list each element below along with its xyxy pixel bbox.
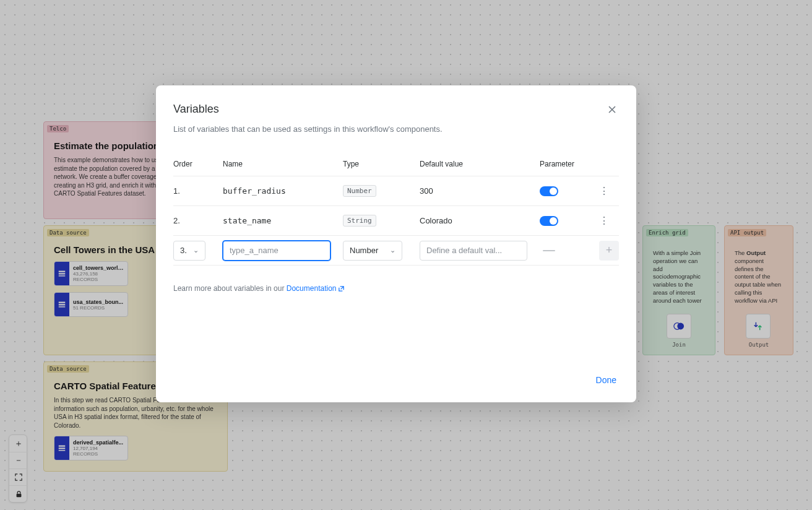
chevron-down-icon: ⌄ xyxy=(390,246,395,254)
add-variable-button[interactable]: + xyxy=(599,241,619,261)
default-input[interactable] xyxy=(426,246,520,255)
col-parameter: Parameter xyxy=(540,160,589,168)
parameter-toggle[interactable] xyxy=(540,186,558,196)
dialog-title: Variables xyxy=(173,103,219,116)
documentation-hint: Learn more about variables in our Docume… xyxy=(173,284,619,294)
name-input[interactable] xyxy=(230,246,324,255)
close-button[interactable] xyxy=(605,103,619,118)
type-value: Number xyxy=(350,246,378,255)
parameter-toggle[interactable] xyxy=(540,216,558,226)
col-default: Default value xyxy=(420,160,540,168)
parameter-toggle-placeholder xyxy=(543,250,555,251)
col-order: Order xyxy=(173,160,223,168)
done-button[interactable]: Done xyxy=(594,370,619,390)
close-icon xyxy=(608,105,616,114)
variable-row: 2. state_name String Colorado ⋮ xyxy=(173,206,619,236)
default-input-wrapper xyxy=(420,241,527,261)
name-input-wrapper xyxy=(223,241,330,261)
row-order: 2. xyxy=(173,216,223,225)
row-name: state_name xyxy=(223,216,343,225)
row-order: 1. xyxy=(173,186,223,196)
type-select[interactable]: Number ⌄ xyxy=(343,241,402,261)
row-name: buffer_radius xyxy=(223,186,343,196)
col-name: Name xyxy=(223,160,343,168)
type-pill: String xyxy=(343,215,376,227)
col-type: Type xyxy=(343,160,420,168)
new-variable-row: 3. ⌄ Number ⌄ + xyxy=(173,236,619,266)
row-menu-button[interactable]: ⋮ xyxy=(589,185,619,197)
variables-table: Order Name Type Default value Parameter … xyxy=(173,160,619,266)
type-pill: Number xyxy=(343,185,376,197)
variable-row: 1. buffer_radius Number 300 ⋮ xyxy=(173,176,619,206)
dialog-subtitle: List of variables that can be used as se… xyxy=(173,124,619,134)
row-menu-button[interactable]: ⋮ xyxy=(589,215,619,227)
row-default: 300 xyxy=(420,186,540,196)
table-header: Order Name Type Default value Parameter xyxy=(173,160,619,176)
chevron-down-icon: ⌄ xyxy=(193,246,199,254)
row-default: Colorado xyxy=(420,216,540,225)
documentation-link[interactable]: Documentation xyxy=(287,284,345,293)
order-value: 3. xyxy=(180,246,187,255)
order-select[interactable]: 3. ⌄ xyxy=(173,241,205,261)
external-link-icon xyxy=(338,285,345,294)
variables-dialog: Variables List of variables that can be … xyxy=(156,85,636,402)
